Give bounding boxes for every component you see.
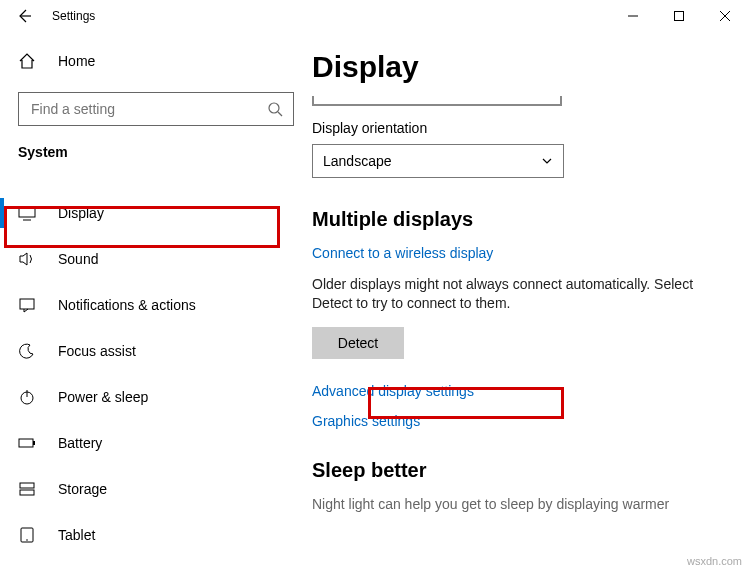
- sidebar-item-label: Battery: [58, 435, 102, 451]
- multiple-displays-title: Multiple displays: [312, 208, 736, 231]
- sleep-better-desc: Night light can help you get to sleep by…: [312, 496, 736, 512]
- wireless-display-link[interactable]: Connect to a wireless display: [312, 245, 493, 261]
- maximize-button[interactable]: [656, 0, 702, 32]
- sidebar-item-label: Storage: [58, 481, 107, 497]
- main-panel: Display Display orientation Landscape Mu…: [312, 32, 748, 571]
- search-icon: [267, 101, 283, 117]
- tablet-icon: [18, 526, 38, 544]
- orientation-value: Landscape: [323, 153, 392, 169]
- storage-icon: [18, 480, 38, 498]
- older-displays-text: Older displays might not always connect …: [312, 275, 736, 313]
- svg-point-1: [269, 103, 279, 113]
- sidebar-item-power[interactable]: Power & sleep: [0, 374, 312, 420]
- svg-rect-8: [20, 490, 34, 495]
- svg-rect-0: [675, 12, 684, 21]
- notifications-icon: [18, 296, 38, 314]
- svg-rect-3: [20, 299, 34, 309]
- sidebar-item-focus-assist[interactable]: Focus assist: [0, 328, 312, 374]
- home-icon: [18, 52, 38, 70]
- window-title: Settings: [52, 9, 95, 23]
- svg-point-10: [26, 539, 28, 541]
- home-nav[interactable]: Home: [0, 44, 312, 78]
- orientation-label: Display orientation: [312, 120, 736, 136]
- sidebar-item-storage[interactable]: Storage: [0, 466, 312, 512]
- display-icon: [18, 204, 38, 222]
- sidebar-item-label: Focus assist: [58, 343, 136, 359]
- brightness-slider-track[interactable]: [312, 96, 562, 106]
- sidebar-item-label: Display: [58, 205, 104, 221]
- svg-rect-6: [33, 441, 35, 445]
- search-box[interactable]: [18, 92, 294, 126]
- sidebar-item-label: Tablet: [58, 527, 95, 543]
- sidebar-item-label: Sound: [58, 251, 98, 267]
- svg-rect-2: [19, 207, 35, 217]
- search-input[interactable]: [29, 100, 267, 118]
- graphics-settings-link[interactable]: Graphics settings: [312, 413, 420, 429]
- orientation-dropdown[interactable]: Landscape: [312, 144, 564, 178]
- battery-icon: [18, 434, 38, 452]
- sidebar-item-tablet[interactable]: Tablet: [0, 512, 312, 558]
- page-title: Display: [312, 50, 736, 84]
- power-icon: [18, 388, 38, 406]
- sidebar: Home System Display Sound Notifications …: [0, 32, 312, 571]
- sleep-better-title: Sleep better: [312, 459, 736, 482]
- svg-rect-7: [20, 483, 34, 488]
- focus-icon: [18, 342, 38, 360]
- chevron-down-icon: [541, 155, 553, 167]
- section-header: System: [0, 144, 312, 166]
- sidebar-item-label: Power & sleep: [58, 389, 148, 405]
- sidebar-item-display[interactable]: Display: [0, 190, 312, 236]
- sidebar-item-label: Notifications & actions: [58, 297, 196, 313]
- minimize-button[interactable]: [610, 0, 656, 32]
- sidebar-item-notifications[interactable]: Notifications & actions: [0, 282, 312, 328]
- sidebar-item-sound[interactable]: Sound: [0, 236, 312, 282]
- svg-rect-5: [19, 439, 33, 447]
- sound-icon: [18, 250, 38, 268]
- watermark: wsxdn.com: [687, 555, 742, 567]
- home-label: Home: [58, 53, 95, 69]
- advanced-display-link[interactable]: Advanced display settings: [312, 383, 474, 399]
- detect-button[interactable]: Detect: [312, 327, 404, 359]
- close-button[interactable]: [702, 0, 748, 32]
- sidebar-item-battery[interactable]: Battery: [0, 420, 312, 466]
- back-button[interactable]: [8, 0, 40, 32]
